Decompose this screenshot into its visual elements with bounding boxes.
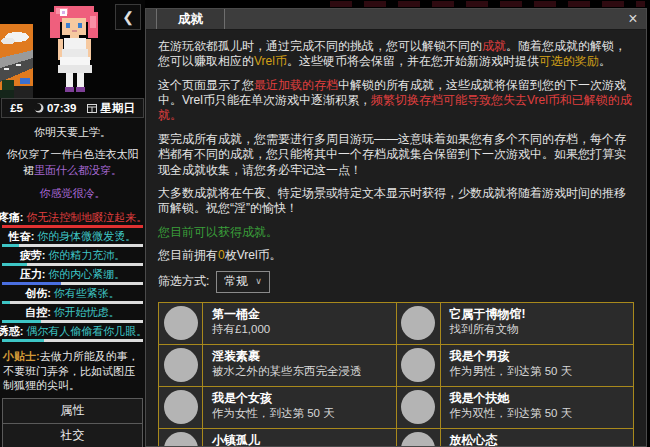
- achievement-icon: [159, 345, 203, 387]
- filter-selected-value: 常规: [224, 274, 248, 289]
- achievement-card: 我是个男孩作为男性，到达第 50 天: [441, 345, 635, 387]
- status-bar: £5 07:39 星期日: [1, 98, 144, 118]
- dialog-body: 在游玩欲都孤儿时，通过完成不同的挑战，您可以解锁不同的成就。随着您成就的解锁，您…: [146, 30, 646, 447]
- achievement-circle-icon: [164, 306, 198, 340]
- coins-message: 您目前拥有0枚Vrel币。: [158, 248, 634, 263]
- close-icon: ×: [628, 10, 637, 28]
- filter-label: 筛选方式:: [158, 274, 209, 289]
- background-page-text: [330, 1, 645, 7]
- back-button[interactable]: ❮: [115, 4, 141, 30]
- moon-icon: [34, 103, 44, 113]
- tab-achievements[interactable]: 成就: [156, 9, 225, 29]
- achievement-card: 它属于博物馆!找到所有文物: [441, 303, 635, 345]
- calendar-icon: [87, 103, 97, 113]
- character-sprite[interactable]: [36, 4, 112, 96]
- character-area: ❮: [0, 0, 145, 98]
- stat-trauma-bar: [2, 301, 143, 304]
- achievement-circle-icon: [401, 390, 435, 424]
- location-scene-image: [0, 24, 33, 98]
- back-arrow-icon: ❮: [122, 9, 134, 25]
- money-value: £5: [10, 102, 23, 114]
- time-value: 07:39: [47, 102, 76, 114]
- achievement-card: 淫装素裹被水之外的某些东西完全浸透: [203, 345, 397, 387]
- stat-allure: 诱惑:偶尔有人偷偷看你几眼。: [0, 325, 145, 337]
- close-button[interactable]: ×: [620, 9, 646, 29]
- weekday-value: 星期日: [100, 101, 135, 116]
- header-spacer: [225, 9, 620, 29]
- achievement-icon: [397, 303, 441, 345]
- stat-allure-bar: [2, 339, 143, 342]
- sidebar: ❮ £5 07:39 星期日 你明天要上学。 你仅穿了一件白色连衣太阳裙里面什么…: [0, 0, 145, 447]
- status-messages: 你明天要上学。 你仅穿了一件白色连衣太阳裙里面什么都没穿。 你感觉很冷。: [0, 125, 145, 202]
- achievement-circle-icon: [164, 390, 198, 424]
- stat-control: 自控:你开始忧虑。: [0, 306, 145, 318]
- stat-arousal: 性奋:你的身体微微发烫。: [0, 230, 145, 242]
- achievement-icon: [397, 345, 441, 387]
- attributes-button[interactable]: 属性: [2, 398, 143, 424]
- cold-message: 你感觉很冷。: [3, 186, 142, 201]
- achievement-card: 放松心态在未曾昏倒的情况下度过 50 天: [441, 429, 635, 447]
- chevron-down-icon: ∨: [255, 276, 262, 288]
- achievement-card: 我是个扶她作为双性，到达第 50 天: [441, 387, 635, 429]
- achievement-icon: [159, 387, 203, 429]
- outfit-message: 你仅穿了一件白色连衣太阳裙里面什么都没穿。: [3, 147, 142, 178]
- achievements-grid: 第一桶金持有£1,000 它属于博物馆!找到所有文物 淫装素裹被水之外的某些东西…: [158, 302, 634, 447]
- achievement-card: 第一桶金持有£1,000: [203, 303, 397, 345]
- stat-fatigue: 疲劳:你的精力充沛。: [0, 249, 145, 261]
- save-warning-paragraph: 这个页面显示了您最近加载的存档中解锁的所有成就，这些成就将保留到您的下一次游戏中…: [158, 78, 634, 124]
- stats-list: 疼痛:你无法控制地啜泣起来。 性奋:你的身体微微发烫。 疲劳:你的精力充沛。 压…: [0, 211, 145, 343]
- achievements-dialog: 成就 × 在游玩欲都孤儿时，通过完成不同的挑战，您可以解锁不同的成就。随着您成就…: [145, 8, 647, 447]
- achievement-circle-icon: [164, 348, 198, 382]
- filter-select[interactable]: 常规 ∨: [216, 271, 270, 292]
- sidebar-menu: 属性 社交 特质 日志 统计 成就 选项 存档: [0, 398, 145, 447]
- achievement-icon: [159, 429, 203, 447]
- stat-fatigue-bar: [2, 263, 143, 266]
- filter-row: 筛选方式: 常规 ∨: [158, 271, 634, 292]
- achievement-circle-icon: [401, 348, 435, 382]
- stat-stress: 压力:你的内心紧绷。: [0, 268, 145, 280]
- tip-text: 小贴士:去做力所能及的事，不要班门弄斧，比如试图压制狐狸的尖叫。: [3, 349, 142, 392]
- achievement-circle-icon: [401, 432, 435, 447]
- dialog-header: 成就 ×: [146, 9, 646, 30]
- stat-arousal-bar: [2, 244, 143, 247]
- achievement-card: 我是个女孩作为女性，到达第 50 天: [203, 387, 397, 429]
- social-button[interactable]: 社交: [2, 423, 143, 447]
- stat-trauma: 创伤:你有些紧张。: [0, 287, 145, 299]
- achievement-circle-icon: [401, 306, 435, 340]
- stat-stress-bar: [2, 282, 143, 285]
- stat-control-bar: [2, 320, 143, 323]
- achievement-card: 小镇孤儿到达第 150 天: [203, 429, 397, 447]
- achievement-icon: [159, 303, 203, 345]
- multi-playthrough-paragraph: 要完成所有成就，您需要进行多周目游玩——这意味着如果您有多个不同的存档，每个存档…: [158, 132, 634, 178]
- stat-pain: 疼痛:你无法控制地啜泣起来。: [0, 211, 145, 223]
- unlock-timing-paragraph: 大多数成就将在午夜、特定场景或特定文本显示时获得，少数成就将随着游戏时间的推移而…: [158, 186, 634, 217]
- school-message: 你明天要上学。: [3, 125, 142, 140]
- stat-pain-bar: [2, 225, 143, 228]
- achievement-circle-icon: [164, 432, 198, 447]
- achievement-icon: [397, 387, 441, 429]
- eligibility-message: 您目前可以获得成就。: [158, 225, 634, 240]
- achievement-icon: [397, 429, 441, 447]
- intro-paragraph: 在游玩欲都孤儿时，通过完成不同的挑战，您可以解锁不同的成就。随着您成就的解锁，您…: [158, 39, 634, 70]
